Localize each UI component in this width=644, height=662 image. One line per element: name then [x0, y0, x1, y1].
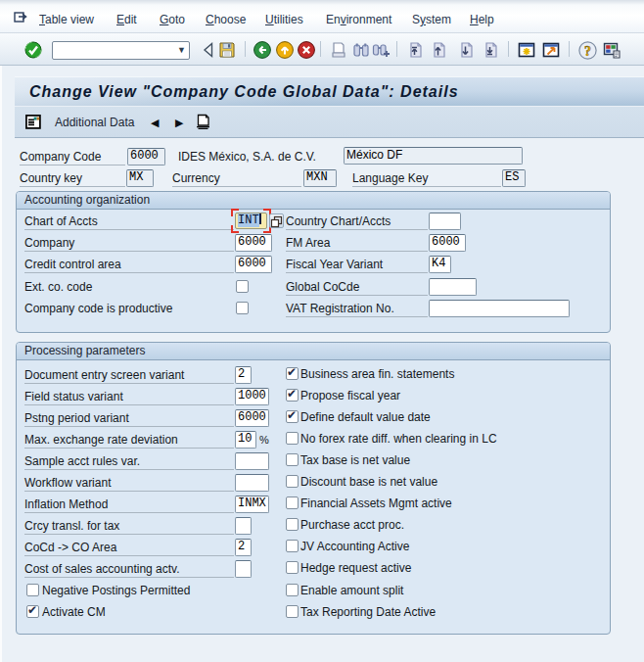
customize-layout-icon[interactable] — [602, 40, 621, 60]
negative-postings-label: Negative Postings Permitted — [42, 583, 190, 598]
print-icon[interactable] — [329, 40, 348, 60]
next-entry-icon[interactable]: ▶ — [175, 114, 183, 131]
menu-system[interactable]: System — [412, 11, 451, 28]
pstng-period-variant-field[interactable]: 6000 — [235, 409, 269, 427]
screen-title-bar: Change View "Company Code Global Data": … — [15, 76, 644, 106]
accounting-organization-group: Accounting organization Chart of Accts I… — [16, 191, 611, 333]
menu-edit[interactable]: Edit — [116, 11, 137, 28]
print-entry-icon[interactable] — [195, 114, 211, 130]
company-field[interactable]: 6000 — [235, 234, 272, 252]
workflow-variant-label: Workflow variant — [24, 475, 234, 492]
enable-amount-split-label: Enable amount split — [300, 583, 403, 598]
discount-base-net-value-checkbox[interactable] — [286, 475, 299, 488]
activate-cm-checkbox[interactable]: ✔ — [26, 605, 39, 618]
exit-icon[interactable] — [275, 40, 295, 60]
screen-menu-icon[interactable] — [13, 9, 28, 24]
processing-parameters-group: Processing parameters Document entry scr… — [16, 342, 611, 635]
details-icon[interactable] — [25, 115, 41, 129]
sample-acct-rules-var-label: Sample acct rules var. — [24, 453, 234, 470]
country-key-label: Country key — [20, 170, 125, 187]
field-status-variant-field[interactable]: 1000 — [235, 388, 269, 405]
previous-entry-icon[interactable]: ◀ — [151, 114, 159, 131]
vat-registration-field[interactable] — [429, 300, 570, 317]
toolbar-separator — [320, 41, 321, 57]
menu-utilities[interactable]: Utilities — [265, 11, 303, 28]
country-key-field[interactable]: MX — [126, 169, 154, 187]
hedge-request-active-checkbox[interactable] — [286, 561, 299, 574]
define-default-value-date-checkbox[interactable]: ✔ — [286, 410, 299, 423]
jv-accounting-active-checkbox[interactable] — [286, 540, 299, 552]
inflation-method-field[interactable]: INMX — [235, 496, 269, 513]
workflow-variant-field[interactable] — [235, 474, 269, 492]
doc-entry-screen-variant-field[interactable]: 2 — [235, 366, 252, 384]
processing-parameters-title: Processing parameters — [17, 343, 610, 360]
jv-accounting-active-label: JV Accounting Active — [300, 539, 409, 554]
focus-corner — [231, 209, 239, 216]
toolbar-separator — [396, 41, 397, 57]
cost-of-sales-accounting-field[interactable] — [235, 560, 252, 578]
sap-gui-window: Table view Edit Goto Choose Utilities En… — [0, 0, 644, 662]
credit-control-area-field[interactable]: 6000 — [235, 256, 272, 273]
financial-assets-mgmt-checkbox[interactable] — [286, 496, 299, 509]
global-cocde-field[interactable] — [429, 278, 477, 296]
shortcut-icon[interactable] — [541, 40, 561, 60]
back-icon[interactable] — [253, 40, 272, 60]
fiscal-year-variant-field[interactable]: K4 — [429, 256, 451, 273]
command-input[interactable] — [55, 43, 174, 60]
ext-co-code-checkbox[interactable] — [236, 280, 249, 293]
enable-amount-split-checkbox[interactable] — [286, 584, 299, 596]
ext-co-code-label: Ext. co. code — [24, 279, 234, 295]
language-key-field[interactable]: ES — [502, 169, 526, 187]
fm-area-label: FM Area — [286, 235, 428, 252]
enter-icon[interactable] — [23, 40, 43, 60]
crcy-transl-for-tax-label: Crcy transl. for tax — [24, 518, 234, 535]
first-page-icon[interactable] — [405, 40, 425, 60]
sample-acct-rules-var-field[interactable] — [235, 452, 269, 470]
menu-goto[interactable]: Goto — [160, 11, 185, 28]
company-code-productive-checkbox[interactable] — [236, 302, 249, 314]
menu-environment[interactable]: Environment — [326, 11, 391, 28]
previous-page-icon[interactable] — [429, 40, 448, 60]
help-icon[interactable]: ? — [577, 40, 597, 60]
business-area-fin-statements-checkbox[interactable]: ✔ — [286, 367, 299, 380]
pstng-period-variant-label: Pstng period variant — [24, 410, 234, 427]
cocd-co-area-field[interactable]: 2 — [235, 539, 252, 556]
menu-help[interactable]: Help — [470, 11, 494, 28]
company-code-field[interactable]: 6000 — [127, 148, 165, 166]
purchase-acct-proc-checkbox[interactable] — [286, 518, 299, 531]
purchase-acct-proc-label: Purchase acct proc. — [300, 517, 404, 533]
negative-postings-checkbox[interactable] — [26, 584, 39, 596]
additional-data-button[interactable]: Additional Data — [55, 114, 134, 131]
no-forex-rate-diff-label: No forex rate diff. when clearing in LC — [300, 431, 497, 447]
command-dropdown-icon[interactable]: ▼ — [177, 45, 186, 55]
menu-table-view[interactable]: Table view — [39, 11, 94, 28]
propose-fiscal-year-checkbox[interactable]: ✔ — [286, 389, 299, 402]
back-nav-icon[interactable] — [200, 40, 219, 60]
cancel-icon[interactable] — [297, 40, 316, 60]
max-exchange-rate-deviation-field[interactable]: 10 — [235, 431, 256, 449]
matchcode-icon[interactable] — [269, 213, 284, 228]
find-next-icon[interactable] — [371, 40, 391, 60]
global-cocde-label: Global CoCde — [286, 279, 428, 296]
tax-base-net-value-checkbox[interactable] — [286, 453, 299, 466]
find-icon[interactable] — [351, 40, 371, 60]
next-page-icon[interactable] — [456, 40, 476, 60]
currency-field[interactable]: MXN — [303, 169, 337, 187]
discount-base-net-value-label: Discount base is net value — [300, 474, 437, 490]
new-session-icon[interactable] — [517, 40, 536, 60]
save-icon[interactable] — [217, 40, 237, 60]
command-field[interactable]: ▼ — [52, 41, 190, 60]
business-area-fin-statements-label: Business area fin. statements — [300, 366, 454, 382]
country-chart-label: Country Chart/Accts — [286, 213, 428, 230]
screen-title: Change View "Company Code Global Data": … — [29, 77, 459, 106]
country-chart-field[interactable] — [429, 213, 461, 230]
crcy-transl-for-tax-field[interactable] — [235, 517, 252, 535]
no-forex-rate-diff-checkbox[interactable] — [286, 432, 299, 445]
tax-reporting-date-active-checkbox[interactable] — [286, 605, 299, 618]
company-code-productive-label: Company code is productive — [24, 301, 234, 316]
last-page-icon[interactable] — [481, 40, 500, 60]
menu-choose[interactable]: Choose — [206, 11, 246, 28]
fm-area-field[interactable]: 6000 — [429, 234, 466, 252]
currency-label: Currency — [172, 170, 301, 187]
city-field[interactable]: México DF — [344, 147, 523, 165]
